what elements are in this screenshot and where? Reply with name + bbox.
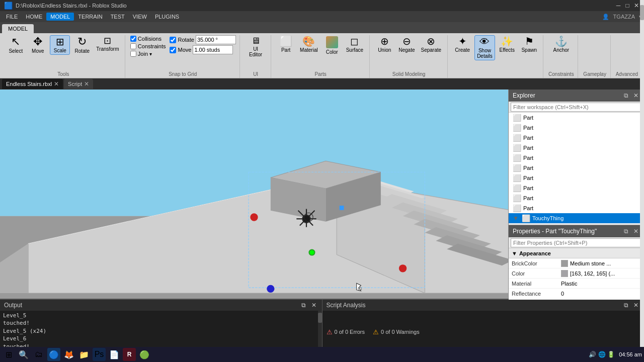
properties-popout-icon[interactable]: ⧉ [622,228,630,235]
list-item[interactable]: ⬜Part [509,193,644,203]
output-popout-icon[interactable]: ⧉ [300,302,308,309]
properties-filter-input[interactable] [511,238,642,247]
menu-file[interactable]: FILE [2,13,22,21]
ui-editor-button[interactable]: 🖥 UIEditor [246,35,266,58]
solid-group: ⊕ Union ⊖ Negate ⊗ Separate Solid Modeli… [371,35,448,78]
output-header: Output ⧉ ✕ [0,300,322,311]
separate-button[interactable]: ⊗ Separate [419,35,443,54]
anchor-button[interactable]: ⚓ Anchor [551,35,571,54]
list-item[interactable]: ⬜Part [509,183,644,193]
tab-model[interactable]: MODEL [2,24,34,33]
taskbar-start[interactable]: ⊞ [2,348,15,361]
move-button[interactable]: ✥ Move [28,35,48,55]
material-button[interactable]: 🎨 Material [298,35,320,54]
tools-buttons: ↖ Select ✥ Move ⊞ Scale ↻ Rotate ⊡ Trans… [6,35,121,70]
transform-button[interactable]: ⊡ Transform [94,35,121,53]
list-item[interactable]: ⬜Part [509,123,644,133]
menu-view[interactable]: VIEW [129,13,151,21]
svg-point-38 [310,250,314,255]
taskbar-explorer[interactable]: 📁 [77,348,91,361]
script-popout-icon[interactable]: ⧉ [622,302,630,309]
user-icon: 👤 [602,14,609,20]
constraints-checkbox[interactable] [130,43,136,49]
part-icon: ⬜ [513,184,521,192]
explorer-close-icon[interactable]: ✕ [632,92,640,99]
list-item[interactable]: ⬜Part [509,173,644,183]
explorer-filter-input[interactable] [511,103,642,112]
reflectance-text: 0 [561,291,564,297]
taskbar-ps[interactable]: Ps [93,348,106,361]
rotate-snap-checkbox[interactable] [170,37,176,43]
taskbar-clock-time: 04:56 am [619,351,642,357]
menu-plugins[interactable]: PLUGINS [151,13,183,21]
taskbar-notepad[interactable]: 📄 [108,348,121,361]
properties-scrollbar[interactable] [640,248,644,349]
properties-close-icon[interactable]: ✕ [632,228,640,235]
color-button[interactable]: Color [322,35,342,56]
taskbar-search[interactable]: 🔍 [17,348,30,361]
select-button[interactable]: ↖ Select [6,35,26,55]
color-value[interactable]: [163, 162, 165] (... [559,270,644,277]
menu-test[interactable]: TEST [107,13,129,21]
explorer-popout-icon[interactable]: ⧉ [622,92,630,99]
color-label: Color [326,49,338,55]
tools-label: Tools [57,70,69,78]
reflectance-value[interactable]: 0 [559,291,644,297]
union-button[interactable]: ⊕ Union [374,35,394,54]
maximize-button[interactable]: □ [624,2,631,9]
taskbar-edge[interactable]: 🔵 [47,348,60,361]
properties-header-icons: ⧉ ✕ [622,228,640,235]
list-item[interactable]: ⬜Part [509,143,644,153]
explorer-list: ⬜Part ⬜Part ⬜Part ⬜Part ⬜Part ⬜Part ⬜Par… [509,113,644,223]
list-item-touchy[interactable]: ▼ ⬜ TouchyThing [509,213,644,223]
brickcolor-value[interactable]: Medium stone ... [559,260,644,267]
join-checkbox[interactable] [130,51,136,57]
rotate-button[interactable]: ↻ Rotate [72,35,92,55]
rotate-snap-input[interactable] [196,35,236,44]
list-item[interactable]: ⬜Part [509,133,644,143]
titlebar-right[interactable]: ─ □ ✕ [615,2,640,9]
gameplay-group: Gameplay [579,35,610,78]
tab-close-2[interactable]: ✕ [84,80,89,87]
output-close-icon[interactable]: ✕ [310,302,318,309]
join-dropdown[interactable]: ▾ [149,51,152,57]
list-item[interactable]: ⬜Part [509,163,644,173]
solid-buttons: ⊕ Union ⊖ Negate ⊗ Separate [374,35,443,70]
show-details-button[interactable]: 👁 ShowDetails [474,35,495,60]
tab-script[interactable]: Script ✕ [64,79,93,89]
close-button[interactable]: ✕ [633,2,640,9]
ui-editor-label: UIEditor [249,46,262,57]
scale-label: Scale [54,48,66,53]
scale-button[interactable]: ⊞ Scale [50,35,70,55]
move-snap-checkbox[interactable] [170,47,176,53]
taskbar-node[interactable]: 🟢 [138,348,151,361]
effects-button[interactable]: ✨ Effects [497,35,517,54]
negate-button[interactable]: ⊖ Negate [396,35,417,54]
surface-button[interactable]: ◻ Surface [344,35,365,54]
minimize-button[interactable]: ─ [615,2,622,9]
list-item[interactable]: ⬜Part [509,153,644,163]
viewport[interactable] [0,89,508,299]
taskbar-firefox[interactable]: 🦊 [62,348,75,361]
part-button[interactable]: ⬜ Part [276,35,296,54]
appearance-section[interactable]: ▼ Appearance [509,248,644,258]
list-item[interactable]: ⬜Part [509,113,644,123]
move-snap-input[interactable] [193,45,233,54]
menu-model[interactable]: MODEL [46,13,74,21]
tab-close-1[interactable]: ✕ [54,80,59,87]
taskbar-taskview[interactable]: 🗂 [32,348,45,361]
tab-endless-stairs[interactable]: Endless Stairs.rbxl ✕ [2,79,63,89]
output-title: Output [4,302,22,309]
taskbar-roblox[interactable]: R [123,348,136,361]
output-scroll-thumb[interactable] [318,313,322,323]
material-value[interactable]: Plastic [559,281,644,287]
menu-terrain[interactable]: TERRAIN [74,13,106,21]
create-button[interactable]: ✦ Create [452,35,472,54]
menu-home[interactable]: HOME [22,13,46,21]
color-name: Color [509,270,559,277]
script-close-icon[interactable]: ✕ [632,302,640,309]
spawn-button[interactable]: ⚑ Spawn [519,35,539,54]
list-item[interactable]: ⬜Part [509,203,644,213]
snap-label: Snap to Grid [169,70,197,78]
collisions-checkbox[interactable] [130,36,136,42]
